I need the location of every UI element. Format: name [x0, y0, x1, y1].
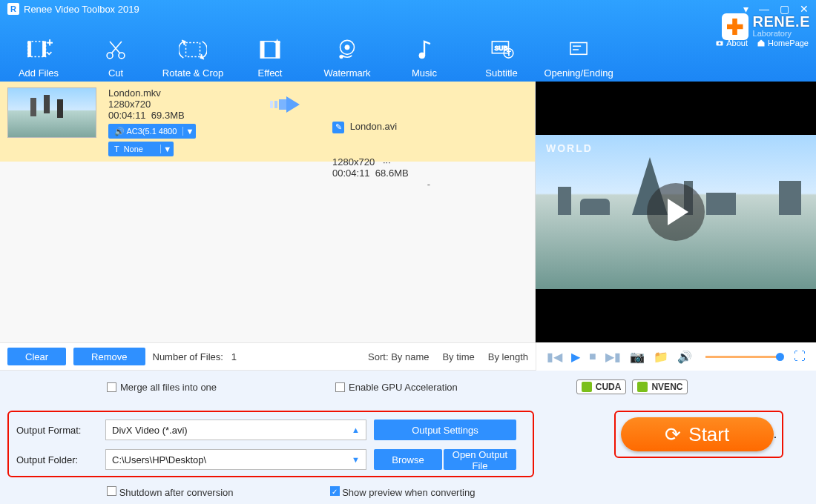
preview-watermark: WORLD	[546, 142, 593, 154]
play-icon[interactable]: ▶	[571, 350, 580, 364]
app-title: Renee Video Toolbox 2019	[24, 4, 139, 15]
arrow-icon	[269, 93, 304, 116]
svg-rect-21	[570, 43, 587, 55]
chevron-down-icon: ▼	[352, 455, 360, 464]
chevron-up-icon: ▲	[352, 425, 360, 434]
svg-text:✦: ✦	[274, 38, 280, 47]
sort-by-length[interactable]: By length	[488, 351, 528, 362]
merge-checkbox[interactable]: Merge all files into one	[107, 382, 217, 393]
output-folder-row: Output Folder: C:\Users\HP\Desktop\ ▼ Br…	[16, 449, 525, 470]
brand-name: RENE.E	[753, 13, 810, 30]
gpu-checkbox[interactable]: Enable GPU Acceleration	[335, 382, 458, 393]
output-format-row: Output Format: DivX Video (*.avi) ▲ Outp…	[16, 420, 525, 440]
subtitle-icon: SUBT	[487, 36, 516, 64]
stop-icon[interactable]: ■	[589, 350, 596, 363]
tool-add-files[interactable]: + Add Files	[0, 35, 77, 79]
brand-logo: RENE.E Laboratory	[722, 13, 810, 40]
next-icon[interactable]: ▶▮	[605, 350, 621, 364]
tool-subtitle[interactable]: SUBT Subtitle	[463, 35, 540, 79]
svg-rect-24	[270, 101, 273, 108]
output-highlight-box: Output Format: DivX Video (*.avi) ▲ Outp…	[7, 411, 534, 477]
edit-icon[interactable]: ✎	[332, 122, 344, 133]
open-output-button[interactable]: Open Output File	[444, 449, 516, 470]
output-format-label: Output Format:	[16, 425, 98, 436]
dst-filename: ✎ London.avi	[332, 121, 525, 156]
src-filename: London.mkv	[108, 87, 264, 99]
svg-text:SUB: SUB	[495, 44, 508, 52]
app-header: R Renee Video Toolbox 2019 ▾ — ▢ ✕ RENE.…	[0, 0, 816, 82]
camera-icon	[715, 39, 724, 47]
tool-cut[interactable]: Cut	[77, 35, 154, 79]
output-folder-select[interactable]: C:\Users\HP\Desktop\ ▼	[105, 449, 366, 470]
file-thumbnail	[7, 87, 96, 138]
about-link[interactable]: About	[715, 39, 748, 47]
clear-button[interactable]: Clear	[7, 348, 66, 365]
svg-point-14	[345, 45, 349, 50]
start-highlight-box: ⟳ Start .	[614, 411, 783, 458]
svg-point-1	[719, 42, 721, 44]
brand-links: About HomePage	[715, 39, 809, 47]
fullscreen-icon[interactable]: ⛶	[794, 350, 806, 363]
folder-icon[interactable]: 📁	[654, 350, 668, 364]
file-row[interactable]: London.mkv 1280x720 00:04:11 69.3MB 🔊 AC…	[0, 82, 535, 162]
tool-music[interactable]: Music	[386, 35, 463, 79]
output-format-select[interactable]: DivX Video (*.avi) ▲	[105, 420, 366, 440]
tool-rotate-crop[interactable]: Rotate & Crop	[154, 35, 231, 79]
home-icon	[757, 39, 766, 47]
svg-point-6	[107, 53, 113, 59]
opening-icon	[565, 36, 593, 64]
file-count-label: Number of Files: 1	[153, 351, 237, 362]
chip-row: 🔊 AC3(5.1 4800 ▼ T None ▼	[108, 121, 264, 156]
browse-button[interactable]: Browse	[374, 449, 442, 470]
svg-point-16	[419, 53, 425, 59]
chevron-down-icon[interactable]: ▼	[182, 127, 196, 136]
tool-watermark[interactable]: Watermark	[309, 35, 386, 79]
audio-codec-chip[interactable]: 🔊 AC3(5.1 4800 ▼	[108, 124, 196, 139]
svg-rect-25	[274, 101, 277, 108]
music-icon	[410, 36, 438, 64]
sort-label: Sort: By name	[368, 351, 429, 362]
dst-dur-size: 00:04:11 68.6MB	[332, 168, 525, 179]
preview-pane: WORLD	[536, 82, 816, 342]
play-button[interactable]	[647, 183, 705, 241]
tool-opening-ending[interactable]: Opening/Ending	[540, 35, 617, 79]
sort-links: Sort: By name By time By length	[368, 351, 528, 362]
cuda-badge: CUDA	[576, 379, 627, 394]
svg-point-7	[119, 53, 125, 59]
remove-button[interactable]: Remove	[73, 348, 145, 365]
film-icon: ✦	[256, 36, 284, 64]
top-checks: Merge all files into one Enable GPU Acce…	[107, 379, 806, 394]
prev-icon[interactable]: ▮◀	[547, 350, 562, 364]
watermark-icon	[333, 36, 361, 64]
file-list: London.mkv 1280x720 00:04:11 69.3MB 🔊 AC…	[0, 82, 536, 342]
app-icon: R	[7, 3, 19, 15]
player-controls: ▮◀ ▶ ■ ▶▮ 📷 📁 🔊 ⛶	[536, 342, 816, 371]
bottom-checks: Shutdown after conversion Show preview w…	[107, 486, 475, 498]
chevron-down-icon[interactable]: ▼	[160, 145, 174, 153]
output-settings-button[interactable]: Output Settings	[374, 420, 516, 440]
src-dur-size: 00:04:11 69.3MB	[108, 110, 264, 121]
start-button[interactable]: ⟳ Start	[621, 417, 774, 451]
homepage-link[interactable]: HomePage	[757, 39, 809, 47]
main-area: London.mkv 1280x720 00:04:11 69.3MB 🔊 AC…	[0, 82, 816, 342]
volume-slider[interactable]	[705, 356, 780, 358]
show-preview-checkbox[interactable]: Show preview when converting	[330, 486, 476, 498]
main-toolbar: + Add Files Cut Rotate & Crop ✦ Effect W…	[0, 35, 617, 79]
dst-placeholder: -	[332, 179, 525, 190]
sort-by-time[interactable]: By time	[442, 351, 474, 362]
src-resolution: 1280x720	[108, 99, 264, 110]
brand-cross-icon	[722, 13, 748, 40]
svg-text:T: T	[507, 50, 511, 57]
nvenc-badge: NVENC	[632, 379, 688, 394]
subtitle-chip[interactable]: T None ▼	[108, 142, 174, 156]
snapshot-icon[interactable]: 📷	[630, 350, 645, 364]
svg-rect-8	[186, 43, 200, 57]
controls-row: Clear Remove Number of Files: 1 Sort: By…	[0, 342, 816, 371]
tool-effect[interactable]: ✦ Effect	[231, 35, 309, 79]
volume-icon[interactable]: 🔊	[677, 350, 692, 364]
svg-rect-26	[279, 99, 286, 110]
dst-resolution: 1280x720 ···	[332, 156, 525, 168]
shutdown-checkbox[interactable]: Shutdown after conversion	[107, 486, 234, 498]
svg-rect-10	[260, 42, 264, 58]
svg-rect-3	[28, 42, 31, 57]
